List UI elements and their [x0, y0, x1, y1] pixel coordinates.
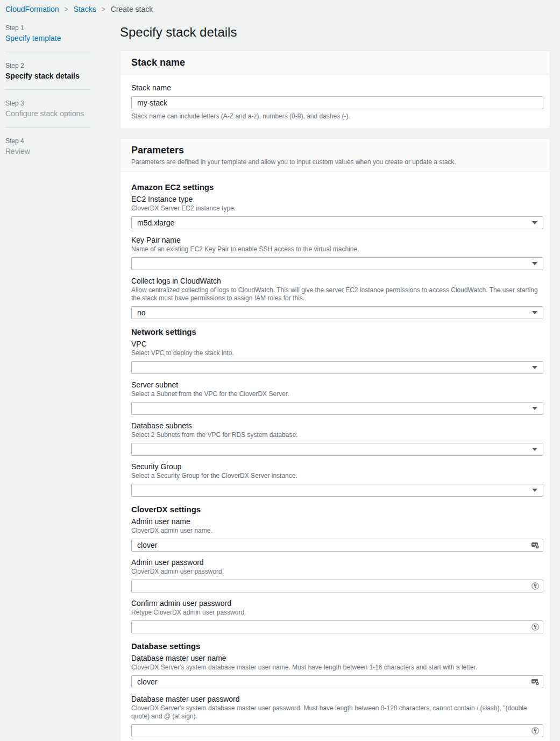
stack-name-card: Stack name Stack name Stack name can inc… [120, 51, 550, 129]
sidebar-item-specify-template[interactable]: Specify template [5, 33, 120, 44]
field-confirm-admin-user-password: Confirm admin user password Retype Clove… [131, 598, 539, 633]
field-hint: Select 2 Subnets from the VPC for RDS sy… [131, 431, 539, 439]
steps-sidebar: Step 1 Specify template Step 2 Specify s… [0, 16, 120, 157]
parameters-card-description: Parameters are defined in your template … [131, 158, 539, 166]
control-row [131, 257, 543, 270]
section-title-network-settings: Network settings [131, 327, 539, 337]
step-number: Step 1 [5, 23, 120, 33]
page-title: Specify stack details [120, 24, 550, 40]
breadcrumb-current-page: Create stack [111, 5, 153, 13]
field-label: EC2 Instance type [131, 194, 539, 204]
step-number: Step 4 [5, 136, 120, 146]
control-row [131, 675, 543, 688]
breadcrumb-separator-icon: > [63, 5, 69, 14]
autofill-icon[interactable] [531, 678, 540, 686]
admin-user-password-input[interactable] [131, 580, 543, 592]
chevron-down-icon [532, 407, 537, 410]
password-key-icon[interactable] [531, 623, 540, 631]
key-pair-name-select[interactable] [131, 257, 543, 270]
chevron-down-icon [532, 311, 537, 314]
main-content: Specify stack details Stack name Stack n… [120, 16, 550, 741]
field-label: Admin user password [131, 557, 539, 567]
collect-logs-cloudwatch-select[interactable]: no [131, 306, 543, 319]
control-row [131, 443, 543, 456]
field-hint: CloverDX admin user name. [131, 527, 539, 535]
chevron-down-icon [532, 262, 537, 265]
control-row [131, 96, 543, 109]
chevron-down-icon [532, 366, 537, 369]
field-hint: Name of an existing EC2 Key Pair to enab… [131, 245, 539, 253]
server-subnet-select[interactable] [131, 402, 543, 415]
field-vpc: VPC Select VPC to deploy the stack into. [131, 339, 539, 374]
field-hint: CloverDX Server's system database master… [131, 704, 539, 721]
field-hint: Select a Security Group for the CloverDX… [131, 472, 539, 480]
sidebar-item-review: Review [5, 146, 120, 157]
field-hint: CloverDX Server's system database master… [131, 664, 539, 672]
stack-name-input[interactable] [131, 96, 543, 109]
field-admin-user-password: Admin user password CloverDX admin user … [131, 557, 539, 592]
page-layout: Step 1 Specify template Step 2 Specify s… [0, 16, 560, 741]
control-row [131, 539, 543, 552]
field-database-master-user-name: Database master user name CloverDX Serve… [131, 653, 539, 688]
field-hint: Allow centralized collecting of logs to … [131, 286, 539, 302]
parameters-card: Parameters Parameters are defined in you… [120, 138, 550, 741]
database-subnets-select[interactable] [131, 443, 543, 456]
select-value: m5d.xlarge [137, 217, 532, 229]
field-hint: Retype CloverDX admin user password. [131, 609, 539, 617]
ec2-instance-type-select[interactable]: m5d.xlarge [131, 216, 543, 229]
step-1: Step 1 Specify template [5, 22, 120, 44]
step-2: Step 2 Specify stack details [5, 60, 120, 81]
field-hint: Select a Subnet from the VPC for the Clo… [131, 390, 539, 398]
field-label: Database master user password [131, 694, 539, 704]
field-hint: CloverDX Server EC2 instance type. [131, 204, 539, 213]
control-row [131, 620, 543, 633]
stack-name-card-body: Stack name Stack name can include letter… [120, 74, 550, 128]
confirm-admin-user-password-input[interactable] [131, 620, 543, 633]
parameters-card-title: Parameters [131, 144, 539, 156]
select-value: no [137, 307, 532, 319]
section-title-cloverdx-settings: CloverDX settings [131, 504, 539, 514]
control-row [131, 580, 543, 592]
control-row [131, 402, 543, 415]
section-title-amazon-ec2-settings: Amazon EC2 settings [131, 182, 539, 192]
sidebar-item-specify-stack-details: Specify stack details [5, 70, 120, 81]
field-key-pair-name: Key Pair name Name of an existing EC2 Ke… [131, 235, 539, 270]
step-divider [5, 89, 90, 90]
control-row [131, 724, 543, 737]
field-server-subnet: Server subnet Select a Subnet from the V… [131, 380, 539, 415]
admin-user-name-input[interactable] [131, 539, 543, 552]
stack-name-card-header: Stack name [120, 51, 550, 74]
sidebar-item-configure-stack-options: Configure stack options [5, 108, 120, 119]
chevron-down-icon [532, 489, 537, 492]
field-database-subnets: Database subnets Select 2 Subnets from t… [131, 421, 539, 456]
password-key-icon[interactable] [531, 726, 540, 735]
field-label: Admin user name [131, 517, 539, 526]
vpc-select[interactable] [131, 361, 543, 374]
parameters-card-body: Amazon EC2 settings EC2 Instance type Cl… [120, 172, 550, 741]
field-label: Collect logs in CloudWatch [131, 276, 539, 286]
field-label: Database master user name [131, 653, 539, 663]
step-divider [5, 127, 90, 128]
section-title-database-settings: Database settings [131, 641, 539, 651]
breadcrumb-separator-icon: > [101, 5, 107, 14]
field-label: Database subnets [131, 421, 539, 431]
parameters-card-header: Parameters Parameters are defined in you… [120, 139, 550, 172]
breadcrumb: CloudFormation > Stacks > Create stack [0, 0, 560, 16]
field-hint: Stack name can include letters (A-Z and … [131, 112, 539, 121]
field-hint: Select VPC to deploy the stack into. [131, 349, 539, 357]
chevron-down-icon [532, 221, 537, 224]
security-group-select[interactable] [131, 484, 543, 497]
field-security-group: Security Group Select a Security Group f… [131, 462, 539, 497]
step-number: Step 2 [5, 61, 120, 70]
step-3: Step 3 Configure stack options [5, 97, 120, 119]
autofill-icon[interactable] [531, 541, 540, 549]
breadcrumb-cloudformation-link[interactable]: CloudFormation [5, 5, 59, 13]
database-master-user-password-input[interactable] [131, 724, 543, 737]
password-key-icon[interactable] [531, 582, 540, 590]
field-admin-user-name: Admin user name CloverDX admin user name… [131, 517, 539, 552]
breadcrumb-stacks-link[interactable]: Stacks [74, 5, 96, 13]
stack-name-card-title: Stack name [131, 57, 539, 68]
database-master-user-name-input[interactable] [131, 675, 543, 688]
step-divider [5, 52, 90, 52]
field-label: Key Pair name [131, 235, 539, 245]
